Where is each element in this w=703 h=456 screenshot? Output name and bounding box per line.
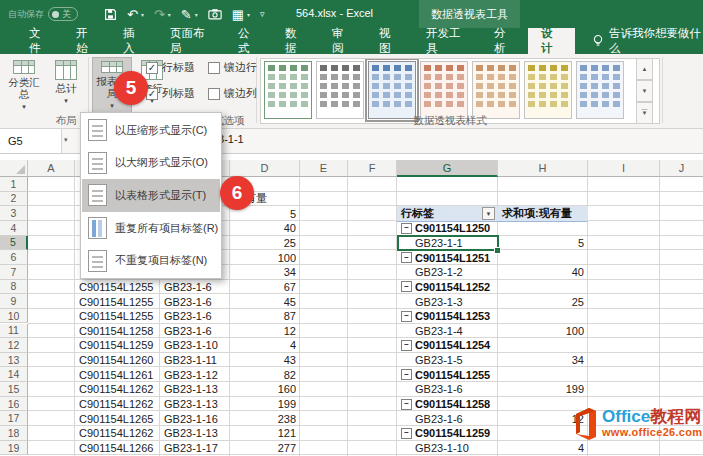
cell-D4[interactable]: 40 — [230, 221, 300, 236]
pivot-group-C901154L1258[interactable]: −C901154L1258 — [397, 397, 498, 412]
style-thumb-blue[interactable] — [576, 61, 624, 119]
cell-B9[interactable]: C901154L1255 — [75, 294, 160, 309]
collapse-icon[interactable]: − — [401, 223, 412, 234]
touch-caret-icon[interactable]: ▾ — [195, 11, 198, 18]
pivot-item-GB23-1-6[interactable]: GB23-1-6 — [397, 411, 498, 426]
gallery-scroll-down-icon[interactable]: ▼ — [636, 80, 653, 102]
pivot-item-GB23-1-4[interactable]: GB23-1-4 — [397, 324, 498, 339]
style-thumb-plain-gray[interactable] — [316, 61, 364, 119]
ribbon-button-分类汇总[interactable]: 分类汇总▾ — [4, 57, 44, 113]
select-all-corner[interactable] — [0, 160, 28, 177]
tab-设计[interactable]: 设计 — [528, 28, 575, 54]
cell-B17[interactable]: C901154L1265 — [75, 411, 160, 426]
cell-H13[interactable]: 34 — [498, 353, 588, 368]
row-header-3[interactable]: 3 — [0, 206, 28, 221]
cell-D13[interactable]: 43 — [230, 353, 300, 368]
tell-me-box[interactable]: 告诉我你想要做什么 — [575, 28, 703, 54]
tab-数据[interactable]: 数据 — [272, 28, 319, 54]
watermark-url[interactable]: www.office26.com — [602, 426, 702, 438]
row-header-9[interactable]: 9 — [0, 294, 28, 309]
column-header-F[interactable]: F — [348, 160, 397, 177]
save-icon[interactable] — [104, 8, 117, 21]
row-labels-filter-icon[interactable]: ▼ — [482, 207, 495, 220]
cell-D7[interactable]: 34 — [230, 265, 300, 280]
row-header-18[interactable]: 18 — [0, 426, 28, 441]
cell-B12[interactable]: C901154L1259 — [75, 338, 160, 353]
cell-B8[interactable]: C901154L1255 — [75, 280, 160, 295]
menu-item-以压缩形式显示(C)[interactable]: 以压缩形式显示(C) — [82, 114, 220, 147]
cell-B18[interactable]: C901154L1262 — [75, 426, 160, 441]
checkbox-列标题[interactable]: ✓列标题 — [146, 86, 195, 101]
unchecked-checkbox-icon[interactable] — [208, 62, 220, 74]
cell-D5[interactable]: 25 — [230, 236, 300, 251]
pivot-group-C901154L1255[interactable]: −C901154L1255 — [397, 367, 498, 382]
menu-item-以大纲形式显示(O)[interactable]: 以大纲形式显示(O) — [82, 147, 220, 180]
style-thumb-tan[interactable] — [472, 61, 520, 119]
row-header-7[interactable]: 7 — [0, 265, 28, 280]
cell-H11[interactable]: 100 — [498, 324, 588, 339]
cell-D14[interactable]: 82 — [230, 367, 300, 382]
pivot-item-GB23-1-2[interactable]: GB23-1-2 — [397, 265, 498, 280]
row-header-16[interactable]: 16 — [0, 397, 28, 412]
row-header-1[interactable]: 1 — [0, 177, 28, 192]
cell-D10[interactable]: 87 — [230, 309, 300, 324]
cell-D18[interactable]: 121 — [230, 426, 300, 441]
row-header-2[interactable]: 2 — [0, 192, 28, 207]
collapse-icon[interactable]: − — [401, 340, 412, 351]
row-header-10[interactable]: 10 — [0, 309, 28, 324]
cell-B14[interactable]: C901154L1261 — [75, 367, 160, 382]
tab-视图[interactable]: 视图 — [366, 28, 413, 54]
gallery-more-icon[interactable]: ▼— — [636, 102, 653, 124]
cell-H15[interactable]: 199 — [498, 382, 588, 397]
pivot-value-header[interactable]: 求和项:现有量 — [498, 206, 588, 221]
cell-D15[interactable]: 160 — [230, 382, 300, 397]
cell-D16[interactable]: 199 — [230, 397, 300, 412]
table-caret-icon[interactable]: ▾ — [247, 11, 250, 18]
tab-文件[interactable]: 文件 — [16, 28, 63, 54]
tab-审阅[interactable]: 审阅 — [319, 28, 366, 54]
cell-H5[interactable]: 5 — [498, 236, 588, 251]
checkbox-镶边列[interactable]: 镶边列 — [208, 86, 257, 101]
autosave-pill[interactable]: 关 — [48, 7, 78, 21]
redo-caret-icon[interactable]: ▾ — [168, 11, 171, 18]
pivot-group-C901154L1253[interactable]: −C901154L1253 — [397, 309, 498, 324]
customize-qat-icon[interactable]: ▿ — [260, 10, 265, 19]
fill-handle[interactable] — [494, 247, 501, 254]
cell-D9[interactable]: 45 — [230, 294, 300, 309]
ribbon-button-总计[interactable]: 总计▾ — [46, 57, 86, 113]
cell-H7[interactable]: 40 — [498, 265, 588, 280]
pivot-group-C901154L1251[interactable]: −C901154L1251 — [397, 250, 498, 265]
collapse-icon[interactable]: − — [401, 428, 412, 439]
cell-C12[interactable]: GB23-1-10 — [160, 338, 230, 353]
row-header-4[interactable]: 4 — [0, 221, 28, 236]
cell-B13[interactable]: C901154L1260 — [75, 353, 160, 368]
active-cell-border[interactable] — [397, 235, 499, 252]
style-thumb-light-blue[interactable] — [368, 61, 416, 119]
row-header-5[interactable]: 5 — [0, 236, 28, 251]
collapse-icon[interactable]: − — [401, 252, 412, 263]
row-header-15[interactable]: 15 — [0, 382, 28, 397]
checked-checkbox-icon[interactable]: ✓ — [146, 62, 158, 74]
style-thumb-orange[interactable] — [420, 61, 468, 119]
collapse-icon[interactable]: − — [401, 399, 412, 410]
gallery-scroll-up-icon[interactable]: ▲ — [636, 58, 653, 80]
collapse-icon[interactable]: − — [401, 311, 412, 322]
row-header-12[interactable]: 12 — [0, 338, 28, 353]
cell-C13[interactable]: GB23-1-11 — [160, 353, 230, 368]
pivot-group-C901154L1254[interactable]: −C901154L1254 — [397, 338, 498, 353]
cell-H9[interactable]: 25 — [498, 294, 588, 309]
style-thumb-yellow[interactable] — [524, 61, 572, 119]
cell-C19[interactable]: GB23-1-17 — [160, 441, 230, 456]
tab-开发工具[interactable]: 开发工具 — [413, 28, 481, 54]
name-box[interactable]: G5 — [0, 129, 62, 153]
collapse-icon[interactable]: − — [401, 369, 412, 380]
style-thumb-green-outline[interactable] — [264, 61, 312, 119]
pivot-item-GB23-1-6[interactable]: GB23-1-6 — [397, 382, 498, 397]
row-header-19[interactable]: 19 — [0, 441, 28, 456]
cell-C9[interactable]: GB23-1-6 — [160, 294, 230, 309]
cell-D6[interactable]: 100 — [230, 250, 300, 265]
cell-C10[interactable]: GB23-1-6 — [160, 309, 230, 324]
pivot-item-GB23-1-10[interactable]: GB23-1-10 — [397, 441, 498, 456]
undo-icon[interactable]: ↶ — [127, 8, 138, 21]
row-header-17[interactable]: 17 — [0, 411, 28, 426]
